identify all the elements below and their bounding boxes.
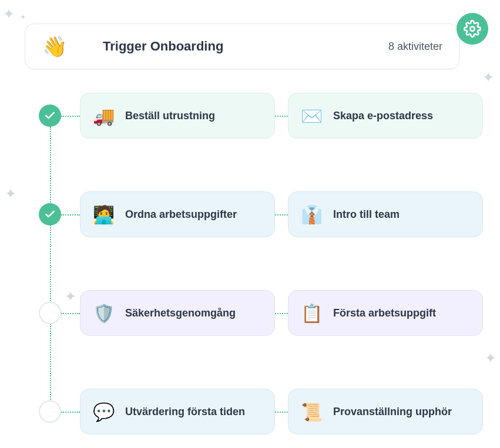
step-node-done xyxy=(39,203,61,225)
activity-icon: 📋 xyxy=(300,302,323,324)
step-node-pending xyxy=(39,302,61,324)
connector xyxy=(275,313,288,314)
trigger-count: 8 aktiviteter xyxy=(388,41,442,53)
wave-icon: 👋 xyxy=(42,33,68,59)
check-icon xyxy=(44,110,56,122)
activity-label: Första arbetsuppgift xyxy=(333,307,436,319)
trigger-card[interactable]: 👋 Trigger Onboarding 8 aktiviteter xyxy=(25,23,459,69)
step-node-pending xyxy=(39,400,61,423)
activity-icon: ✉️ xyxy=(300,105,323,127)
activity-card[interactable]: ✉️Skapa e-postadress xyxy=(288,93,483,139)
trigger-title: Trigger Onboarding xyxy=(103,39,388,54)
activity-icon: 📜 xyxy=(300,400,323,423)
connector xyxy=(61,412,80,413)
activity-label: Säkerhetsgenomgång xyxy=(125,307,236,319)
connector xyxy=(275,214,288,215)
activity-label: Beställ utrustning xyxy=(125,110,215,122)
activity-card[interactable]: 🛡️Säkerhetsgenomgång xyxy=(80,290,275,336)
activity-card[interactable]: 📜Provanställning upphör xyxy=(288,389,483,434)
activity-card[interactable]: 🚚Beställ utrustning xyxy=(80,93,275,139)
step-node-done xyxy=(39,105,61,127)
activity-label: Intro till team xyxy=(333,208,400,221)
sparkle-icon: ✦ xyxy=(3,6,15,22)
activity-icon: 💬 xyxy=(92,400,115,423)
sparkle-icon: ✦ xyxy=(20,13,26,21)
gear-icon xyxy=(464,20,481,38)
activity-icon: 🛡️ xyxy=(92,302,115,324)
activity-icon: 🚚 xyxy=(92,105,115,127)
activity-icon: 👔 xyxy=(300,203,323,225)
connector xyxy=(61,214,80,215)
activity-card[interactable]: 👔Intro till team xyxy=(288,191,483,237)
timeline-connector xyxy=(50,127,51,412)
connector xyxy=(61,313,80,314)
connector xyxy=(61,116,80,117)
sparkle-icon: ✦ xyxy=(482,69,494,86)
sparkle-icon: ✦ xyxy=(65,288,76,305)
activity-card[interactable]: 💬Utvärdering första tiden xyxy=(80,389,275,434)
activity-label: Provanställning upphör xyxy=(333,406,452,418)
activity-card[interactable]: 🧑‍💻Ordna arbetsuppgifter xyxy=(80,191,275,237)
activity-label: Ordna arbetsuppgifter xyxy=(125,208,237,221)
connector xyxy=(275,412,288,413)
activity-card[interactable]: 📋Första arbetsuppgift xyxy=(288,290,483,336)
activity-label: Skapa e-postadress xyxy=(333,110,433,122)
connector xyxy=(275,116,288,117)
svg-point-0 xyxy=(470,26,475,31)
sparkle-icon: ✦ xyxy=(5,186,16,202)
sparkle-icon: ✦ xyxy=(485,350,496,366)
activity-label: Utvärdering första tiden xyxy=(125,406,245,418)
settings-button[interactable] xyxy=(457,13,488,45)
check-icon xyxy=(44,208,56,220)
activity-icon: 🧑‍💻 xyxy=(92,203,115,225)
